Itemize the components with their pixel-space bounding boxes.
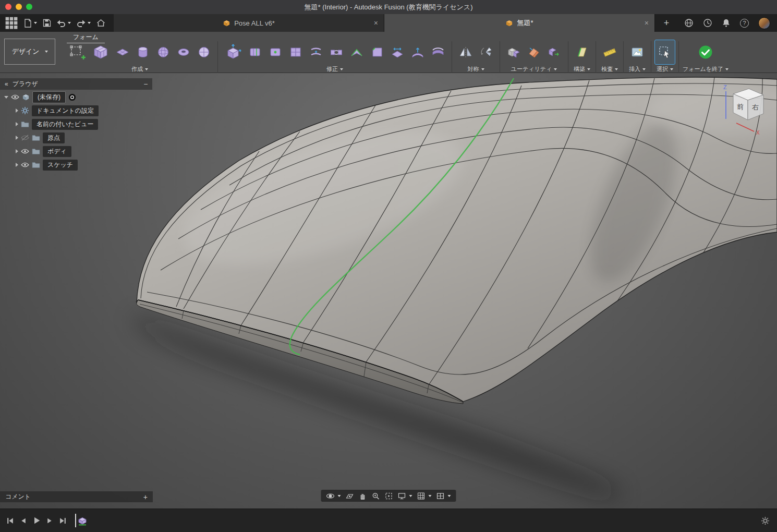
insert-menu[interactable]: 挿入 — [629, 65, 646, 73]
grid-snap-button[interactable] — [417, 492, 432, 500]
subdivide-button[interactable] — [286, 40, 306, 64]
viewports-button[interactable] — [436, 492, 451, 500]
chevron-right-icon[interactable] — [16, 136, 18, 140]
display-mode-button[interactable] — [504, 40, 524, 64]
mirror-symmetry-button[interactable] — [456, 40, 476, 64]
tab-pose-all-v6[interactable]: Pose ALL v6* × — [114, 14, 384, 32]
step-back-button[interactable] — [18, 516, 28, 526]
tab-close-button[interactable]: × — [645, 19, 649, 27]
fit-button[interactable] — [385, 492, 393, 500]
timeline-form-feature[interactable] — [77, 515, 88, 526]
torus-button[interactable] — [174, 40, 193, 64]
browser-item-sketches[interactable]: スケッチ — [0, 159, 152, 171]
pull-button[interactable] — [408, 40, 428, 64]
item-label[interactable]: 名前の付いたビュー — [32, 119, 98, 130]
undo-button[interactable] — [56, 19, 71, 28]
create-menu[interactable]: 作成 — [131, 65, 148, 73]
display-settings-button[interactable] — [398, 492, 412, 500]
insert-point-button[interactable] — [265, 40, 285, 64]
viewport-3d[interactable]: Z 前 右 X « ブラウザ – (未保存) — [0, 73, 777, 509]
job-status-button[interactable] — [702, 18, 713, 28]
zoom-button[interactable] — [372, 492, 380, 500]
timeline-position-marker[interactable] — [75, 514, 76, 527]
viewcube[interactable]: Z 前 右 X — [722, 82, 770, 141]
slide-edge-button[interactable] — [387, 40, 407, 64]
insert-image-button[interactable] — [627, 40, 647, 64]
workspace-switcher-button[interactable]: デザイン — [4, 39, 55, 65]
symmetry-menu[interactable]: 対称 — [468, 65, 484, 73]
play-button[interactable] — [31, 515, 42, 526]
chevron-right-icon[interactable] — [16, 163, 18, 167]
item-label[interactable]: ボディ — [43, 146, 71, 157]
sphere-button[interactable] — [153, 40, 173, 64]
finish-form-menu[interactable]: フォームを終了 — [683, 65, 729, 73]
crease-button[interactable] — [347, 40, 367, 64]
finish-form-button[interactable] — [694, 40, 717, 64]
item-label[interactable]: スケッチ — [43, 160, 78, 171]
minimize-panel-button[interactable]: – — [144, 80, 148, 88]
collapse-panel-icon[interactable]: « — [5, 80, 8, 88]
step-forward-button[interactable] — [45, 516, 55, 526]
add-comment-button[interactable]: + — [143, 493, 148, 501]
notifications-button[interactable] — [721, 18, 731, 28]
tab-close-button[interactable]: × — [374, 19, 378, 27]
insert-edge-button[interactable] — [245, 40, 265, 64]
eye-icon[interactable] — [21, 162, 29, 167]
box-button[interactable] — [89, 40, 112, 64]
context-tab-form[interactable]: フォーム — [67, 32, 105, 43]
orbit-button[interactable] — [326, 492, 341, 500]
inspect-menu[interactable]: 検査 — [601, 65, 618, 73]
browser-item-bodies[interactable]: ボディ — [0, 145, 152, 158]
plane-button[interactable] — [113, 40, 132, 64]
minimize-window-button[interactable] — [16, 4, 22, 10]
chevron-right-icon[interactable] — [16, 149, 18, 153]
bridge-button[interactable] — [326, 40, 346, 64]
item-label[interactable]: ドキュメントの設定 — [32, 105, 99, 116]
timeline-settings-button[interactable] — [761, 516, 777, 525]
modify-menu[interactable]: 修正 — [326, 65, 343, 73]
record-badge-icon[interactable] — [68, 93, 76, 101]
eye-off-icon[interactable] — [21, 135, 29, 141]
create-form-button[interactable] — [66, 40, 89, 64]
data-panel-button[interactable] — [4, 16, 19, 30]
merge-edge-button[interactable] — [306, 40, 326, 64]
go-to-end-button[interactable] — [58, 516, 68, 526]
file-menu-button[interactable] — [23, 18, 38, 28]
select-tool-button[interactable] — [655, 40, 675, 64]
cylinder-button[interactable] — [133, 40, 153, 64]
bevel-edge-button[interactable] — [367, 40, 387, 64]
item-label[interactable]: 原点 — [43, 132, 65, 143]
chevron-right-icon[interactable] — [16, 108, 18, 113]
comments-bar[interactable]: コメント + — [0, 491, 153, 502]
convert-button[interactable] — [544, 40, 564, 64]
help-button[interactable]: ? — [739, 18, 749, 28]
repair-body-button[interactable] — [524, 40, 544, 64]
browser-root-row[interactable]: (未保存) — [0, 91, 152, 103]
browser-item-origin[interactable]: 原点 — [0, 131, 152, 144]
chevron-down-icon[interactable] — [4, 96, 8, 99]
construct-menu[interactable]: 構築 — [574, 65, 590, 73]
save-button[interactable] — [42, 18, 52, 28]
utilities-menu[interactable]: ユーティリティ — [511, 65, 557, 73]
close-window-button[interactable] — [5, 4, 11, 10]
pan-button[interactable] — [359, 492, 367, 500]
browser-item-named-views[interactable]: 名前の付いたビュー — [0, 118, 152, 130]
eye-icon[interactable] — [11, 94, 19, 100]
construction-plane-button[interactable] — [572, 40, 592, 64]
look-at-button[interactable] — [346, 492, 354, 500]
circular-symmetry-button[interactable] — [476, 40, 496, 64]
document-root-label[interactable]: (未保存) — [32, 91, 66, 103]
zoom-window-button[interactable] — [26, 4, 32, 10]
select-menu[interactable]: 選択 — [657, 65, 673, 73]
user-account-button[interactable] — [758, 17, 771, 30]
go-to-start-button[interactable] — [5, 516, 15, 526]
browser-item-document-settings[interactable]: ドキュメントの設定 — [0, 104, 152, 117]
tab-untitled[interactable]: 無題* × — [384, 14, 655, 32]
measure-button[interactable] — [600, 40, 620, 64]
extensions-button[interactable] — [684, 18, 694, 28]
edit-form-button[interactable] — [222, 40, 245, 64]
eye-icon[interactable] — [21, 149, 29, 154]
thicken-button[interactable] — [428, 40, 448, 64]
new-tab-button[interactable]: + — [655, 14, 678, 32]
home-button[interactable] — [96, 18, 106, 28]
